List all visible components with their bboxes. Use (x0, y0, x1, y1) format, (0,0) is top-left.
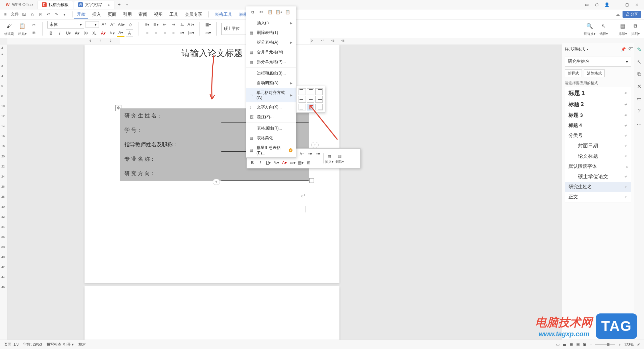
view-mode-icon[interactable]: ▣ (583, 342, 586, 347)
tab-reference[interactable]: 引用 (120, 10, 135, 19)
side-cursor-icon[interactable]: ↖ (637, 59, 641, 65)
bold-icon[interactable]: B (47, 30, 55, 37)
undo-icon[interactable]: ↶ (46, 12, 51, 17)
tab-insert[interactable]: 插入 (90, 10, 104, 19)
paste-keep-icon[interactable]: 📋 (284, 9, 290, 15)
maximize-button[interactable]: ▢ (624, 2, 630, 7)
style-item[interactable]: 标题 3↵ (565, 110, 631, 120)
font-name-select[interactable]: 宋体▾ (47, 21, 84, 29)
mini-highlight-icon[interactable]: ✎▾ (273, 159, 280, 166)
mini-bold-icon[interactable]: B (249, 159, 256, 166)
font-size-select[interactable]: ▾ (86, 21, 99, 28)
tab-page[interactable]: 页面 (105, 10, 119, 19)
style-item[interactable]: 硕士学位论文↵ (565, 171, 631, 182)
align-top-left[interactable] (299, 88, 306, 95)
style-item[interactable]: 正文↵ (565, 192, 631, 202)
mini-insert-group[interactable]: ▤ 插入▾ (325, 153, 333, 164)
align-top-right[interactable] (315, 88, 323, 95)
file-menu[interactable]: 文件 (11, 11, 19, 17)
underline-icon[interactable]: U▾ (65, 30, 72, 37)
redo-icon[interactable]: ↷ (54, 12, 59, 17)
style-selector-1[interactable]: 硕士学位 (221, 23, 247, 35)
style-item[interactable]: 封面日期↵ (565, 141, 631, 151)
page-indicator[interactable]: 页面: 1/3 (4, 342, 18, 347)
highlight-icon[interactable]: ✎▾ (108, 30, 116, 37)
pin-icon[interactable]: 📌 (621, 47, 626, 52)
tab-table-tools[interactable]: 表格工具 (212, 10, 235, 19)
align-middle-left[interactable] (299, 96, 306, 103)
subscript-icon[interactable]: X₂ (91, 30, 98, 37)
view-mode-icon[interactable]: ☰ (563, 342, 566, 347)
ctx-caption[interactable]: 🖼题注(Z)... (246, 112, 296, 122)
align-right-icon[interactable]: ≡ (161, 29, 168, 37)
spellcheck-status[interactable]: 拼写检查: 打开 ▾ (47, 342, 74, 347)
win-icon[interactable]: ⬡ (594, 2, 600, 7)
mini-align-icon[interactable]: ≡▾ (315, 151, 321, 157)
style-item[interactable]: 标题 1↵ (565, 87, 631, 99)
style-item[interactable]: 论文标题↵ (565, 151, 631, 161)
indent-inc-icon[interactable]: ⇥ (170, 21, 177, 28)
sort-icon[interactable]: A↓▾ (187, 21, 195, 28)
copy-icon[interactable]: ⧉ (250, 9, 256, 15)
fit-icon[interactable]: ⤢ (637, 342, 640, 347)
increase-font-icon[interactable]: A⁺ (100, 21, 108, 28)
add-row-button[interactable]: + (213, 179, 220, 185)
add-column-button[interactable]: + (311, 142, 319, 148)
ctx-split-table[interactable]: 拆分表格(A)▶ (246, 38, 296, 47)
superscript-icon[interactable]: X² (82, 30, 90, 37)
indent-dec-icon[interactable]: ⇤ (161, 21, 168, 28)
ctx-split-cells[interactable]: ▦拆分单元格(P)... (246, 57, 296, 67)
align-left-icon[interactable]: ≡ (144, 29, 151, 37)
tab-member[interactable]: 会员专享 (182, 10, 205, 19)
current-style-select[interactable]: 研究生姓名▾ (565, 56, 631, 67)
style-item-selected[interactable]: 研究生姓名↵ (565, 182, 631, 192)
layout-group[interactable]: ▤ 排版▾ (618, 21, 627, 36)
tab-template[interactable]: D 找稻壳模板 (38, 1, 73, 9)
cloud-icon[interactable]: ☁ (616, 12, 620, 17)
share-button[interactable]: 凸 分享 (623, 11, 641, 18)
strike-icon[interactable]: A̶▾ (73, 30, 81, 37)
proofing-status[interactable]: 校对 (78, 342, 86, 347)
word-count[interactable]: 字数: 29/53 (23, 342, 42, 347)
mini-decrease-font-icon[interactable]: A⁻ (299, 151, 305, 157)
ctx-cell-alignment[interactable]: ▭单元格对齐方式(G)▶ (246, 88, 296, 102)
ctx-autofit[interactable]: 自动调整(A)▶ (246, 78, 296, 88)
align-top-center[interactable] (307, 88, 314, 95)
tab-tools[interactable]: 工具 (167, 10, 181, 19)
tab-document[interactable]: W 文字文稿1 ● (74, 1, 114, 9)
find-replace-group[interactable]: 🔍 找替换▾ (584, 21, 595, 36)
tab-view[interactable]: 视图 (151, 10, 165, 19)
ctx-table-properties[interactable]: 表格属性(R)... (246, 123, 296, 133)
side-edit-icon[interactable]: ✎ (637, 46, 641, 53)
collapse-panel-button[interactable]: — (629, 45, 634, 50)
side-more-icon[interactable]: … (637, 120, 642, 126)
format-brush-group[interactable]: 🖌 格式刷 (4, 21, 14, 36)
app-tab[interactable]: W WPS Office (1, 1, 37, 9)
align-middle-right[interactable] (315, 96, 323, 103)
mini-italic-icon[interactable]: I (257, 159, 264, 166)
decrease-font-icon[interactable]: A⁻ (109, 21, 116, 28)
tab-add-button[interactable]: + (115, 2, 123, 8)
mini-font-color-icon[interactable]: A▾ (281, 159, 288, 166)
ctx-insert[interactable]: 插入(I)▶ (246, 18, 296, 28)
bullets-icon[interactable]: ≡▾ (144, 21, 151, 28)
border-icon[interactable]: ▦▾ (204, 21, 212, 28)
dropdown-icon[interactable]: ▾ (62, 12, 67, 17)
shading2-icon[interactable]: ▭▾ (204, 29, 212, 37)
arrange-group[interactable]: ⧉ 排列▾ (631, 21, 640, 36)
zoom-slider[interactable] (595, 344, 615, 345)
line-spacing-icon[interactable]: ‡≡▾ (187, 29, 195, 37)
distribute-icon[interactable]: ≡▾ (178, 29, 186, 37)
cut-icon[interactable]: ✂ (30, 21, 38, 29)
clear-format-icon[interactable]: ◇ (126, 21, 134, 28)
copy-icon[interactable]: ⧉ (30, 29, 38, 37)
page-2[interactable] (85, 286, 339, 340)
side-crossref-icon[interactable]: ✕ (637, 83, 641, 90)
mini-more-icon[interactable]: ⊞ (305, 159, 312, 166)
clear-format-button[interactable]: 清除格式 (584, 69, 605, 77)
mini-underline-icon[interactable]: U▾ (265, 159, 272, 166)
paste-group[interactable]: 📋 粘贴▾ (17, 21, 27, 36)
side-help-icon[interactable]: ? (638, 108, 641, 114)
view-mode-icon[interactable]: ▭ (556, 342, 559, 347)
align-bottom-left[interactable] (299, 104, 306, 110)
